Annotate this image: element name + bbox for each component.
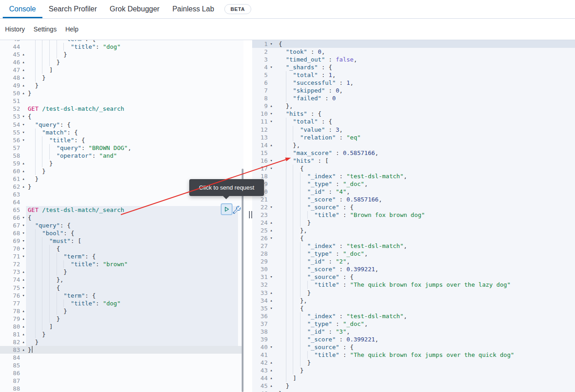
request-options-button[interactable] — [232, 204, 242, 215]
fold-close-icon[interactable]: ▴ — [268, 227, 275, 234]
fold-close-icon[interactable]: ▴ — [20, 307, 27, 315]
line-number: 4 — [252, 63, 268, 71]
fold-close-icon[interactable]: ▴ — [20, 315, 27, 323]
fold-open-icon[interactable]: ▾ — [268, 157, 275, 165]
fold-close-icon[interactable]: ▴ — [20, 276, 27, 284]
code-text: "value" : 3, — [275, 126, 343, 134]
code-text: } — [27, 89, 31, 97]
fold-open-icon[interactable]: ▾ — [268, 304, 275, 312]
code-text: { — [27, 245, 60, 253]
fold-close-icon[interactable]: ▴ — [268, 297, 275, 304]
fold-close-icon[interactable]: ▴ — [20, 89, 27, 97]
indent-guide — [35, 167, 42, 175]
indent-guide — [300, 250, 307, 258]
fold-close-icon[interactable]: ▴ — [268, 289, 275, 297]
fold-spacer — [268, 390, 275, 392]
fold-spacer — [268, 56, 275, 63]
request-editor-scrollbar-thumb[interactable] — [242, 169, 243, 392]
code-line-1: 1▾{ — [252, 40, 575, 48]
indent-guide — [57, 292, 64, 299]
fold-open-icon[interactable]: ▾ — [20, 292, 27, 299]
indent-guide — [286, 312, 293, 320]
tab-grok-debugger[interactable]: Grok Debugger — [104, 0, 166, 18]
fold-close-icon[interactable]: ▴ — [268, 382, 275, 390]
fold-open-icon[interactable]: ▾ — [268, 40, 275, 48]
send-request-button[interactable] — [221, 203, 233, 215]
indent-guide — [300, 359, 307, 366]
fold-close-icon[interactable]: ▴ — [20, 268, 27, 276]
fold-close-icon[interactable]: ▴ — [20, 323, 27, 330]
fold-close-icon[interactable]: ▴ — [268, 102, 275, 110]
fold-close-icon[interactable]: ▴ — [20, 167, 27, 175]
fold-close-icon[interactable]: ▴ — [20, 175, 27, 183]
fold-open-icon[interactable]: ▾ — [20, 136, 27, 144]
indent-guide — [35, 136, 42, 144]
menu-help[interactable]: Help — [65, 26, 79, 33]
fold-open-icon[interactable]: ▾ — [268, 343, 275, 351]
fold-open-icon[interactable]: ▾ — [20, 113, 27, 120]
line-number: 10 — [252, 110, 268, 118]
indent-guide — [35, 330, 42, 338]
code-line-68: 68▾ "bool": { — [0, 229, 243, 237]
code-text: } — [275, 289, 311, 297]
fold-open-icon[interactable]: ▾ — [268, 234, 275, 242]
fold-close-icon[interactable]: ▴ — [20, 183, 27, 191]
fold-close-icon[interactable]: ▴ — [268, 359, 275, 366]
indent-guide — [35, 74, 42, 82]
fold-close-icon[interactable]: ▴ — [20, 160, 27, 167]
fold-open-icon[interactable]: ▾ — [20, 121, 27, 129]
fold-open-icon[interactable]: ▾ — [20, 245, 27, 253]
menu-settings[interactable]: Settings — [33, 26, 57, 33]
indent-guide — [286, 258, 293, 265]
fold-spacer — [20, 43, 27, 51]
fold-close-icon[interactable]: ▴ — [20, 66, 27, 74]
code-text — [27, 198, 28, 206]
fold-open-icon[interactable]: ▾ — [20, 237, 27, 245]
line-number: 64 — [0, 198, 20, 206]
code-text: { — [27, 113, 31, 120]
indent-guide — [300, 289, 307, 297]
fold-open-icon[interactable]: ▾ — [20, 129, 27, 136]
code-line-22: 22▾ "_source" : { — [252, 203, 575, 211]
fold-close-icon[interactable]: ▴ — [268, 141, 275, 149]
fold-open-icon[interactable]: ▾ — [268, 110, 275, 118]
fold-close-icon[interactable]: ▴ — [20, 338, 27, 346]
fold-open-icon[interactable]: ▾ — [20, 284, 27, 292]
fold-open-icon[interactable]: ▾ — [268, 165, 275, 172]
code-text: "title" : "Brown fox brown dog" — [275, 211, 425, 219]
fold-close-icon[interactable]: ▴ — [20, 82, 27, 89]
tab-painless-lab[interactable]: Painless Lab — [166, 5, 221, 13]
fold-close-icon[interactable]: ▴ — [20, 74, 27, 82]
tab-console[interactable]: Console — [3, 0, 42, 18]
code-line-23: 23 "title" : "Brown fox brown dog" — [252, 211, 575, 219]
fold-open-icon[interactable]: ▾ — [268, 118, 275, 125]
fold-open-icon[interactable]: ▾ — [20, 229, 27, 237]
fold-close-icon[interactable]: ▴ — [20, 330, 27, 338]
fold-open-icon[interactable]: ▾ — [268, 273, 275, 281]
fold-open-icon[interactable]: ▾ — [268, 203, 275, 211]
fold-open-icon[interactable]: ▾ — [20, 214, 27, 222]
fold-close-icon[interactable]: ▴ — [20, 58, 27, 66]
fold-close-icon[interactable]: ▴ — [268, 374, 275, 382]
fold-close-icon[interactable]: ▴ — [20, 51, 27, 58]
line-number: 36 — [252, 312, 268, 320]
fold-open-icon[interactable]: ▾ — [20, 253, 27, 260]
response-viewer[interactable]: 1▾{2 "took" : 0,3 "timed_out" : false,4▾… — [252, 40, 575, 392]
indent-guide — [42, 323, 49, 330]
tab-search-profiler[interactable]: Search Profiler — [42, 0, 104, 18]
code-line-45: 45▴ } — [252, 382, 575, 390]
code-line-12: 12 "value" : 3, — [252, 126, 575, 134]
fold-close-icon[interactable]: ▴ — [20, 346, 27, 354]
line-number: 46 — [0, 58, 20, 66]
request-editor[interactable]: 43▾ "term": {44 "title": "dog"45▴ }46▴ }… — [0, 40, 243, 392]
indent-guide — [35, 307, 42, 315]
code-line-34: 34▴ }, — [252, 297, 575, 304]
menu-history[interactable]: History — [5, 26, 26, 33]
code-text: GET /test-dsl-match/_search — [27, 105, 124, 113]
fold-open-icon[interactable]: ▾ — [20, 222, 27, 229]
fold-open-icon[interactable]: ▾ — [268, 63, 275, 71]
line-number: 74 — [0, 276, 20, 284]
line-number: 79 — [0, 315, 20, 323]
fold-close-icon[interactable]: ▴ — [268, 219, 275, 227]
fold-close-icon[interactable]: ▴ — [268, 366, 275, 374]
